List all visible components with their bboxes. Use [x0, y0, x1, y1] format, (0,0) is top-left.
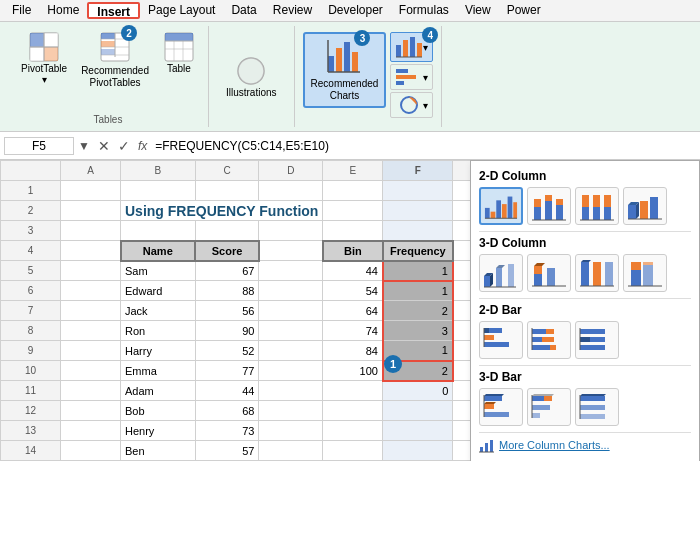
- col-score-header: Score: [195, 241, 259, 261]
- svg-rect-82: [631, 270, 641, 286]
- chart-2dbar-3[interactable]: [575, 321, 619, 359]
- menu-review[interactable]: Review: [265, 2, 320, 19]
- divider-4: [479, 432, 691, 433]
- svg-marker-113: [532, 394, 554, 396]
- ribbon-group-tables: PivotTable ▾ 2: [8, 26, 209, 127]
- svg-rect-93: [546, 329, 554, 334]
- chart-3d-col-4[interactable]: [623, 254, 667, 292]
- chart-3d-col-3[interactable]: [575, 254, 619, 292]
- chart-3dbar-1[interactable]: [479, 388, 523, 426]
- badge-4: 4: [422, 27, 438, 43]
- recommended-charts-button[interactable]: 3 RecommendedCharts: [303, 32, 387, 108]
- row-header-7: 7: [1, 301, 61, 321]
- row-header-14: 14: [1, 441, 61, 461]
- col-header-f: F: [383, 161, 453, 181]
- menu-developer[interactable]: Developer: [320, 2, 391, 19]
- cancel-formula-icon[interactable]: ✕: [94, 138, 114, 154]
- svg-marker-108: [484, 402, 496, 404]
- chart-3dbar-3[interactable]: [575, 388, 619, 426]
- svg-rect-100: [580, 329, 594, 334]
- illustrations-button[interactable]: Illustrations: [221, 52, 282, 101]
- recommended-pivottables-button[interactable]: 2 RecommendedPivotTables: [76, 28, 154, 92]
- score-emma: 77: [195, 361, 259, 381]
- row-header-2: 2: [1, 201, 61, 221]
- row-header-4: 4: [1, 241, 61, 261]
- svg-marker-106: [484, 394, 504, 396]
- svg-rect-26: [352, 52, 358, 72]
- svg-rect-47: [545, 201, 552, 220]
- svg-rect-54: [593, 207, 600, 220]
- name-box[interactable]: [4, 137, 74, 155]
- more-charts-link[interactable]: More Column Charts...: [479, 437, 691, 453]
- chart-3d-col-2[interactable]: [527, 254, 571, 292]
- pivot-table-icon: [28, 31, 60, 63]
- chart-100pct-stacked[interactable]: [575, 187, 619, 225]
- menu-home[interactable]: Home: [39, 2, 87, 19]
- svg-rect-114: [532, 405, 550, 410]
- pivot-table-button[interactable]: PivotTable ▾: [16, 28, 72, 88]
- svg-rect-83: [643, 265, 653, 286]
- svg-rect-53: [582, 195, 589, 207]
- name-sam: Sam: [121, 261, 196, 281]
- formula-expand-icon[interactable]: ▼: [74, 139, 94, 153]
- col-header-e: E: [323, 161, 383, 181]
- svg-rect-79: [593, 262, 601, 286]
- table-button[interactable]: Table: [158, 28, 200, 77]
- section-2d-bar: 2-D Bar: [479, 303, 691, 359]
- col-bin-header: Bin: [323, 241, 383, 261]
- name-emma: Emma: [121, 361, 196, 381]
- bin-2: 54: [323, 281, 383, 301]
- freq-1: 1: [383, 261, 453, 281]
- chart-3d-col-1[interactable]: [479, 254, 523, 292]
- score-adam: 44: [195, 381, 259, 401]
- menu-power[interactable]: Power: [499, 2, 549, 19]
- svg-rect-55: [593, 195, 600, 207]
- freq-3: 2: [383, 301, 453, 321]
- insert-bar-chart-button[interactable]: ▾: [390, 64, 433, 90]
- svg-marker-69: [496, 265, 505, 268]
- section-3d-bar: 3-D Bar: [479, 370, 691, 426]
- bin-6: 100: [323, 361, 383, 381]
- menu-page-layout[interactable]: Page Layout: [140, 2, 223, 19]
- column-chart-icon: [395, 35, 423, 59]
- other-chart-icon: [395, 95, 423, 115]
- svg-rect-107: [484, 404, 494, 409]
- score-harry: 52: [195, 341, 259, 361]
- svg-rect-111: [532, 396, 544, 401]
- formula-input[interactable]: [151, 138, 696, 154]
- menu-data[interactable]: Data: [223, 2, 264, 19]
- row-header-3: 3: [1, 221, 61, 241]
- chart-2dbar-2[interactable]: [527, 321, 571, 359]
- chart-clustered-col[interactable]: [479, 187, 523, 225]
- row-header-13: 13: [1, 421, 61, 441]
- bin-3: 64: [323, 301, 383, 321]
- score-henry: 73: [195, 421, 259, 441]
- name-bob: Bob: [121, 401, 196, 421]
- section-2d-column: 2-D Column: [479, 169, 691, 225]
- chart-stacked-col[interactable]: [527, 187, 571, 225]
- name-henry: Henry: [121, 421, 196, 441]
- insert-other-chart-button[interactable]: ▾: [390, 92, 433, 118]
- chart-2dbar-1[interactable]: [479, 321, 523, 359]
- svg-rect-8: [101, 33, 115, 39]
- chart-3dbar-2[interactable]: [527, 388, 571, 426]
- svg-rect-45: [534, 207, 541, 220]
- menu-insert[interactable]: Insert: [87, 2, 140, 19]
- col-freq-header: Frequency: [383, 241, 453, 261]
- insert-column-chart-button[interactable]: ▾ 4: [390, 32, 433, 62]
- svg-rect-72: [534, 274, 542, 286]
- svg-rect-123: [485, 443, 488, 452]
- svg-rect-112: [544, 396, 552, 401]
- menu-formulas[interactable]: Formulas: [391, 2, 457, 19]
- confirm-formula-icon[interactable]: ✓: [114, 138, 134, 154]
- score-edward: 88: [195, 281, 259, 301]
- chart-3d-look[interactable]: [623, 187, 667, 225]
- name-ron: Ron: [121, 321, 196, 341]
- menu-view[interactable]: View: [457, 2, 499, 19]
- menu-file[interactable]: File: [4, 2, 39, 19]
- name-ben: Ben: [121, 441, 196, 461]
- freq-7: 0: [383, 381, 453, 401]
- svg-rect-95: [542, 337, 554, 342]
- more-charts-label[interactable]: More Column Charts...: [499, 439, 610, 451]
- score-ron: 90: [195, 321, 259, 341]
